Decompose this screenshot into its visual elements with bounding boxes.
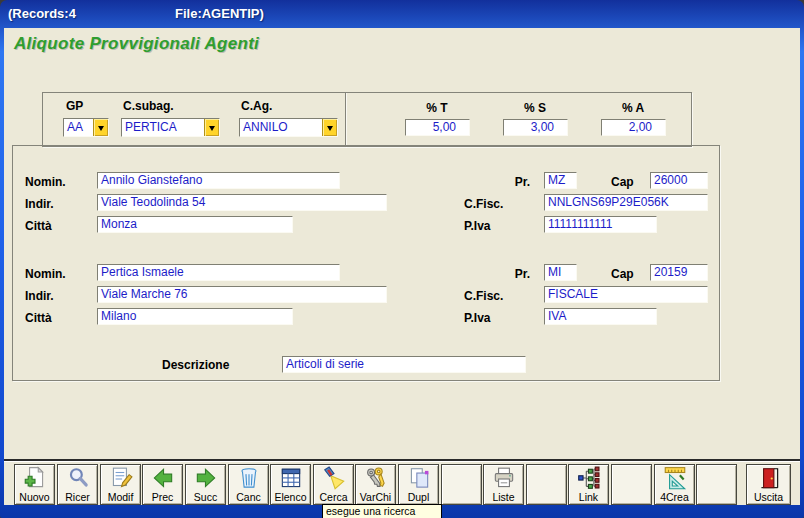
new-record-icon [15, 466, 54, 492]
toolbar-button-varchi[interactable]: VarChi [355, 464, 396, 505]
percent-a-field[interactable]: 2,00 [601, 119, 666, 136]
toolbar-button-label: Ricer [58, 491, 97, 503]
descrizione-field[interactable]: Articoli di serie [282, 356, 526, 373]
toolbar-button-label: Modif [101, 491, 140, 503]
title-file-name: File:AGENTIP) [175, 6, 264, 21]
list-table-icon [271, 466, 310, 492]
toolbar-button-label: Nuovo [15, 491, 54, 503]
link-tree-icon [569, 466, 608, 492]
citta-label-2: Città [25, 311, 52, 325]
previous-arrow-icon [143, 466, 182, 492]
nomin-field-1[interactable]: Annilo Gianstefano [97, 172, 340, 189]
gp-combobox[interactable]: AA [63, 118, 109, 137]
toolbar-button-link[interactable]: Link [568, 464, 609, 505]
title-records-count: (Records:4 [8, 6, 76, 21]
client-area: Aliquote Provvigionali Agenti GP AA C.su… [4, 28, 800, 505]
toolbar-button-succ[interactable]: Succ [185, 464, 226, 505]
cap-label-1: Cap [611, 175, 634, 189]
percent-t-label: % T [411, 101, 463, 115]
cfisc-field-1[interactable]: NNLGNS69P29E056K [544, 194, 708, 211]
title-bar[interactable]: (Records:4 File:AGENTIP) [0, 0, 804, 28]
toolbar: Nuovo Ricer Modif Prec [4, 459, 800, 505]
toolbar-button-4crea[interactable]: 4Crea [654, 464, 695, 505]
agent-combobox[interactable]: ANNILO [239, 118, 338, 137]
flashlight-search-icon [314, 466, 353, 492]
next-arrow-icon [186, 466, 225, 492]
piva-label-2: P.Iva [464, 311, 490, 325]
pr-field-1[interactable]: MZ [544, 172, 577, 189]
percent-s-label: % S [509, 101, 561, 115]
gp-dropdown-button[interactable] [93, 119, 108, 136]
chevron-down-icon [98, 126, 104, 134]
subagent-label: C.subag. [123, 99, 174, 113]
pr-field-2[interactable]: MI [544, 264, 577, 281]
agent-dropdown-button[interactable] [322, 119, 337, 136]
toolbar-empty-slot [696, 464, 737, 505]
edit-record-icon [101, 466, 140, 492]
percent-s-field[interactable]: 3,00 [503, 119, 568, 136]
toolbar-empty-slot [526, 464, 567, 505]
toolbar-button-label: Cerca [314, 491, 353, 503]
app-window: (Records:4 File:AGENTIP) Aliquote Provvi… [0, 0, 804, 518]
printer-icon [484, 466, 523, 492]
toolbar-button-uscita[interactable]: Uscita [746, 464, 791, 505]
indir-field-2[interactable]: Viale Marche 76 [97, 286, 387, 303]
duplicate-pages-icon [399, 466, 438, 492]
toolbar-button-label: Prec [143, 491, 182, 503]
search-record-icon [58, 466, 97, 492]
toolbar-button-label: Canc [229, 491, 268, 503]
indir-label-1: Indir. [25, 197, 54, 211]
cap-field-1[interactable]: 26000 [650, 172, 708, 189]
toolbar-button-prec[interactable]: Prec [142, 464, 183, 505]
toolbar-button-label: Elenco [271, 491, 310, 503]
chevron-down-icon [209, 126, 215, 134]
subagent-value: PERTICA [122, 119, 204, 136]
percent-t-field[interactable]: 5,00 [405, 119, 470, 136]
cerca-tooltip: esegue una ricerca [322, 504, 442, 518]
toolbar-button-canc[interactable]: Canc [228, 464, 269, 505]
toolbar-button-dupl[interactable]: Dupl [398, 464, 439, 505]
toolbar-button-label: Liste [484, 491, 523, 503]
agent-label: C.Ag. [241, 99, 272, 113]
cfisc-label-2: C.Fisc. [464, 289, 503, 303]
toolbar-button-modif[interactable]: Modif [100, 464, 141, 505]
toolbar-button-elenco[interactable]: Elenco [270, 464, 311, 505]
keys-icon [356, 466, 395, 492]
subagent-dropdown-button[interactable] [204, 119, 219, 136]
pr-label-1: Pr. [500, 175, 530, 189]
gp-label: GP [66, 99, 83, 113]
toolbar-button-label: Dupl [399, 491, 438, 503]
toolbar-empty-slot [441, 464, 482, 505]
toolbar-button-cerca[interactable]: Cerca [313, 464, 354, 505]
citta-field-2[interactable]: Milano [97, 308, 293, 325]
toolbar-button-liste[interactable]: Liste [483, 464, 524, 505]
toolbar-button-nuovo[interactable]: Nuovo [14, 464, 55, 505]
toolbar-button-label: Uscita [747, 491, 790, 503]
piva-label-1: P.Iva [464, 219, 490, 233]
trash-icon [229, 466, 268, 492]
toolbar-button-ricer[interactable]: Ricer [57, 464, 98, 505]
cfisc-label-1: C.Fisc. [464, 197, 503, 211]
nomin-field-2[interactable]: Pertica Ismaele [97, 264, 340, 281]
nomin-label-1: Nomin. [25, 175, 66, 189]
subagent-combobox[interactable]: PERTICA [121, 118, 220, 137]
indir-field-1[interactable]: Viale Teodolinda 54 [97, 194, 387, 211]
citta-label-1: Città [25, 219, 52, 233]
piva-field-2[interactable]: IVA [544, 308, 657, 325]
toolbar-button-label: VarChi [356, 491, 395, 503]
chevron-down-icon [327, 126, 333, 134]
citta-field-1[interactable]: Monza [97, 216, 293, 233]
toolbar-button-label: Succ [186, 491, 225, 503]
gp-value: AA [64, 119, 93, 136]
cap-field-2[interactable]: 20159 [650, 264, 708, 281]
percent-a-label: % A [607, 101, 659, 115]
cfisc-field-2[interactable]: FISCALE [544, 286, 708, 303]
nomin-label-2: Nomin. [25, 267, 66, 281]
agent-value: ANNILO [240, 119, 322, 136]
toolbar-button-label: Link [569, 491, 608, 503]
piva-field-1[interactable]: 11111111111 [544, 216, 657, 233]
cap-label-2: Cap [611, 267, 634, 281]
descrizione-label: Descrizione [162, 358, 229, 372]
indir-label-2: Indir. [25, 289, 54, 303]
page-title: Aliquote Provvigionali Agenti [14, 34, 259, 54]
